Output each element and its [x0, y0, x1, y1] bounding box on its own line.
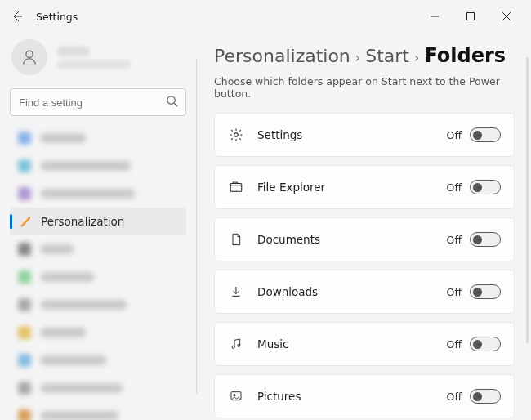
search-input[interactable]: [10, 88, 186, 116]
window-controls: [417, 4, 524, 29]
minimize-icon: [431, 12, 439, 20]
svg-point-4: [26, 51, 33, 57]
nav-item[interactable]: [10, 291, 186, 319]
breadcrumb-start[interactable]: Start: [365, 46, 409, 66]
nav-item[interactable]: [10, 124, 186, 152]
toggle-settings[interactable]: [470, 127, 501, 142]
close-button[interactable]: [489, 4, 524, 29]
back-button[interactable]: [10, 9, 25, 24]
nav-item[interactable]: [10, 235, 186, 263]
nav: Personalization: [10, 124, 186, 420]
row-file-explorer: File Explorer Off: [214, 165, 515, 209]
row-state: Off: [447, 391, 462, 403]
row-state: Off: [447, 181, 462, 194]
row-label: Settings: [257, 128, 447, 141]
row-state: Off: [447, 338, 462, 351]
row-downloads: Downloads Off: [214, 270, 515, 314]
avatar: [11, 39, 47, 75]
folder-rows: Settings Off File Explorer Off Documents…: [214, 113, 515, 418]
toggle-file-explorer[interactable]: [470, 180, 501, 194]
row-state: Off: [447, 234, 462, 246]
user-block[interactable]: [11, 39, 186, 75]
nav-item[interactable]: [10, 180, 186, 208]
toggle-downloads[interactable]: [470, 284, 501, 299]
nav-item[interactable]: [10, 319, 186, 346]
close-icon: [502, 12, 511, 20]
toggle-documents[interactable]: [470, 232, 501, 247]
search-icon: [166, 95, 178, 107]
minimize-button[interactable]: [417, 4, 453, 29]
page-description: Choose which folders appear on Start nex…: [214, 75, 515, 100]
titlebar: Settings: [0, 0, 531, 33]
person-icon: [20, 48, 38, 66]
user-name-blurred: [57, 47, 90, 56]
nav-item[interactable]: [10, 402, 186, 420]
row-documents: Documents Off: [214, 217, 515, 261]
nav-item[interactable]: [10, 152, 186, 180]
row-label: Documents: [257, 233, 447, 246]
row-label: Pictures: [257, 390, 447, 403]
gear-icon: [228, 127, 244, 142]
row-pictures: Pictures Off: [214, 374, 515, 418]
maximize-icon: [466, 12, 475, 20]
nav-item-label: Personalization: [41, 215, 124, 228]
folder-icon: [228, 180, 244, 194]
nav-item[interactable]: [10, 263, 186, 291]
window: Settings: [0, 0, 531, 420]
user-text: [57, 47, 131, 69]
download-icon: [228, 284, 244, 299]
chevron-right-icon: ›: [414, 50, 419, 65]
row-state: Off: [447, 129, 462, 141]
arrow-left-icon: [11, 10, 24, 23]
sidebar: Personalization: [0, 33, 196, 420]
brush-icon: [18, 215, 31, 228]
nav-item[interactable]: [10, 346, 186, 374]
svg-rect-1: [467, 13, 475, 20]
music-icon: [228, 337, 244, 351]
svg-point-9: [232, 346, 234, 348]
nav-item[interactable]: [10, 374, 186, 402]
svg-point-7: [234, 133, 239, 137]
maximize-button[interactable]: [453, 4, 489, 29]
search: [10, 88, 186, 116]
document-icon: [228, 232, 244, 247]
row-state: Off: [447, 286, 462, 298]
svg-point-5: [167, 96, 175, 104]
svg-point-10: [238, 344, 240, 346]
breadcrumb-personalization[interactable]: Personalization: [214, 46, 350, 66]
chevron-right-icon: ›: [355, 50, 360, 65]
row-label: Music: [257, 337, 447, 351]
window-title: Settings: [36, 11, 78, 23]
svg-point-12: [234, 394, 235, 395]
breadcrumb-current: Folders: [424, 44, 506, 67]
toggle-music[interactable]: [470, 337, 501, 351]
picture-icon: [228, 390, 244, 403]
main: Personalization › Start › Folders Choose…: [196, 33, 531, 420]
row-label: Downloads: [257, 285, 447, 298]
titlebar-left: Settings: [10, 9, 78, 24]
breadcrumb: Personalization › Start › Folders: [214, 44, 515, 67]
scrollbar[interactable]: [526, 57, 529, 343]
toggle-pictures[interactable]: [470, 389, 501, 404]
nav-item-personalization[interactable]: Personalization: [10, 208, 186, 235]
user-email-blurred: [57, 60, 131, 69]
svg-line-6: [174, 103, 177, 106]
row-settings: Settings Off: [214, 113, 515, 157]
content: Personalization Personalization › Start …: [0, 33, 531, 420]
svg-rect-8: [230, 184, 242, 192]
row-music: Music Off: [214, 322, 515, 366]
row-label: File Explorer: [257, 181, 447, 194]
